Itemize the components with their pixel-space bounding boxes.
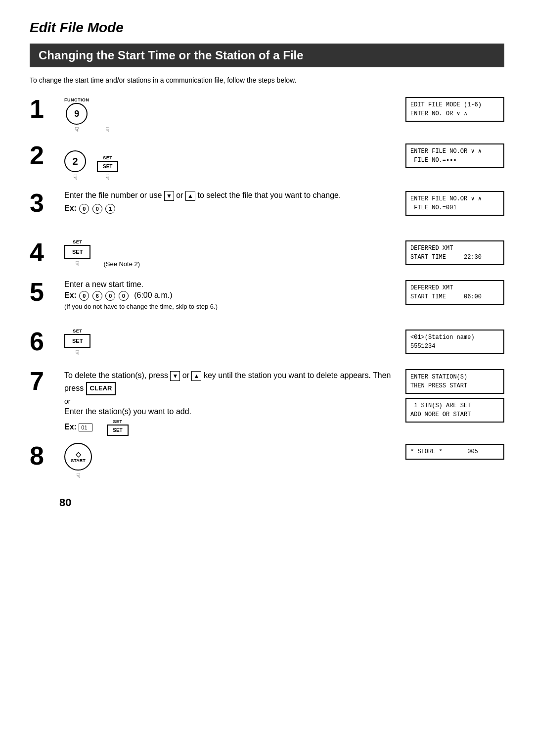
set-key-group-7ex: SET SET <box>107 419 128 436</box>
step-2-inner: 2 ☟ SET SET ☟ ENTER FILE NO.OR ∨ ∧ FILE … <box>64 141 504 183</box>
step-3-or: or <box>176 191 185 199</box>
step-7-add: Enter the station(s) you want to add. <box>64 407 396 416</box>
start-button-group: ◇ START ☟ <box>64 443 92 479</box>
input-01[interactable]: 01 <box>79 424 92 431</box>
circle-5-0c: 0 <box>119 291 129 301</box>
step-7: 7 To delete the station(s), press ▼ or ▲… <box>30 366 504 436</box>
step-number-6: 6 <box>30 327 64 354</box>
circle-1a: 1 <box>105 204 115 214</box>
step-4-keys: SET SET ☟ (See Note 2) <box>64 239 396 268</box>
step-7-text: To delete the station(s), press ▼ or ▲ k… <box>64 369 396 395</box>
set-key-6[interactable]: SET <box>64 334 90 348</box>
step-8-main: ◇ START ☟ <box>64 441 396 481</box>
step-6: 6 SET SET ☟ <01>(Station name) 5551234 <box>30 327 504 361</box>
lcd-6: <01>(Station name) 5551234 <box>405 330 504 354</box>
function-label: FUNCTION <box>64 97 89 102</box>
step-3-ex: Ex: 0 0 1 <box>64 204 396 214</box>
circle-5-0a: 0 <box>79 291 89 301</box>
set-key-group-2: SET SET ☟ <box>97 155 118 181</box>
step-3-inner: Enter the file number or use ▼ or ▲ to s… <box>64 188 504 216</box>
set-label-7ex: SET <box>113 419 122 424</box>
step-6-inner: SET SET ☟ <01>(Station name) 5551234 <box>64 327 504 359</box>
diamond-icon: ◇ <box>76 450 81 458</box>
step-7-or: or <box>64 397 396 405</box>
page-number: 80 <box>59 496 534 509</box>
step-4-note: (See Note 2) <box>103 245 140 268</box>
set-key-group-6: SET SET ☟ <box>64 329 90 357</box>
step-5-main: Enter a new start time. Ex: 0 6 0 0 (6:0… <box>64 277 396 310</box>
step-7-main: To delete the station(s), press ▼ or ▲ k… <box>64 366 396 436</box>
circle-5-6: 6 <box>92 291 102 301</box>
step1-finger-right: ☟ <box>105 96 110 134</box>
step-5: 5 Enter a new start time. Ex: 0 6 0 0 (6… <box>30 277 504 322</box>
ex-label-3: Ex: <box>64 204 77 212</box>
step-5-screen: DEFERRED XMT START TIME 06:00 <box>396 277 504 310</box>
arrow-down-icon: ▼ <box>164 191 174 201</box>
step-2-keys: 2 ☟ SET SET ☟ <box>64 142 396 181</box>
finger-icon-4: ☟ <box>75 260 80 268</box>
step-4-screen: DEFERRED XMT START TIME 22:30 <box>396 237 504 270</box>
step-1: 1 FUNCTION 9 ☟ ☟ <box>30 94 504 136</box>
finger-icon-2b: ☟ <box>105 173 110 181</box>
finger-icon-2a: ☟ <box>73 173 78 181</box>
step-number-8: 8 <box>30 441 64 469</box>
step-5-inner: Enter a new start time. Ex: 0 6 0 0 (6:0… <box>64 277 504 310</box>
function-key[interactable]: 9 <box>66 103 88 125</box>
section-header: Changing the Start Time or the Station o… <box>30 44 504 67</box>
finger-icon-8: ☟ <box>76 472 81 479</box>
ex-label-5: Ex: <box>64 291 77 299</box>
circle-5-0b: 0 <box>105 291 115 301</box>
step-5-time: (6:00 a.m.) <box>134 291 172 299</box>
finger-icon-6: ☟ <box>75 349 80 357</box>
step-3-main: Enter the file number or use ▼ or ▲ to s… <box>64 188 396 216</box>
lcd-8: * STORE * 005 <box>405 444 504 460</box>
set-label-2: SET <box>103 155 112 160</box>
step-number-7: 7 <box>30 366 64 394</box>
arrow-up-icon: ▲ <box>185 191 195 201</box>
step-6-main: SET SET ☟ <box>64 327 396 359</box>
clear-button[interactable]: CLEAR <box>86 382 116 395</box>
start-button[interactable]: ◇ START <box>64 443 92 471</box>
step-1-main: FUNCTION 9 ☟ ☟ <box>64 94 396 136</box>
intro-text: To change the start time and/or stations… <box>30 76 504 84</box>
lcd-3: ENTER FILE NO.OR ∨ ∧ FILE NO.=001 <box>405 191 504 216</box>
step-5-text: Enter a new start time. <box>64 280 396 289</box>
key-2[interactable]: 2 <box>64 150 86 172</box>
step-2-screen: ENTER FILE NO.OR ∨ ∧ FILE NO.=▪▪▪ <box>396 141 504 183</box>
lcd-5: DEFERRED XMT START TIME 06:00 <box>405 280 504 305</box>
lcd-7b: 1 STN(S) ARE SET ADD MORE OR START <box>405 398 504 423</box>
set-key-4[interactable]: SET <box>64 245 90 259</box>
step-8-screen: * STORE * 005 <box>396 441 504 481</box>
step-4: 4 SET SET ☟ (See Note 2) DEFERRED XMT ST… <box>30 237 504 272</box>
lcd-4: DEFERRED XMT START TIME 22:30 <box>405 240 504 265</box>
step-number-3: 3 <box>30 188 64 216</box>
lcd-1: EDIT FILE MODE (1-6) ENTER NO. OR ∨ ∧ <box>405 97 504 122</box>
step-number-1: 1 <box>30 94 64 122</box>
set-key-2[interactable]: SET <box>97 161 118 172</box>
step-3-text2: to select the file that you want to chan… <box>197 191 341 199</box>
start-label: START <box>71 458 85 463</box>
lcd-7a: ENTER STATION(S) THEN PRESS START <box>405 369 504 394</box>
lcd-2: ENTER FILE NO.OR ∨ ∧ FILE NO.=▪▪▪ <box>405 143 504 168</box>
finger-icon-1b: ☟ <box>105 126 110 134</box>
set-key-group-4: SET SET ☟ <box>64 239 90 268</box>
ex-label-7: Ex: <box>64 423 77 431</box>
step-1-keys: FUNCTION 9 ☟ ☟ <box>64 96 396 134</box>
function-key-group: FUNCTION 9 ☟ <box>64 97 89 134</box>
set-label-4: SET <box>73 239 82 244</box>
step-3: 3 Enter the file number or use ▼ or ▲ to… <box>30 188 504 233</box>
finger-icon-1: ☟ <box>75 126 79 134</box>
step-6-keys: SET SET ☟ <box>64 329 396 357</box>
step-8-inner: ◇ START ☟ * STORE * 005 <box>64 441 504 481</box>
arrow-down-7: ▼ <box>170 371 180 381</box>
step-4-inner: SET SET ☟ (See Note 2) DEFERRED XMT STAR… <box>64 237 504 270</box>
step-2-main: 2 ☟ SET SET ☟ <box>64 141 396 183</box>
set-label-6: SET <box>73 329 82 333</box>
step-8-keys: ◇ START ☟ <box>64 443 396 479</box>
set-key-7ex[interactable]: SET <box>107 425 128 436</box>
key2-group: 2 ☟ <box>64 142 86 181</box>
step-5-ex: Ex: 0 6 0 0 (6:00 a.m.) <box>64 291 396 301</box>
step-7-inner: To delete the station(s), press ▼ or ▲ k… <box>64 366 504 436</box>
step-7-screen: ENTER STATION(S) THEN PRESS START 1 STN(… <box>396 366 504 436</box>
key-2-value: 2 <box>72 156 78 167</box>
